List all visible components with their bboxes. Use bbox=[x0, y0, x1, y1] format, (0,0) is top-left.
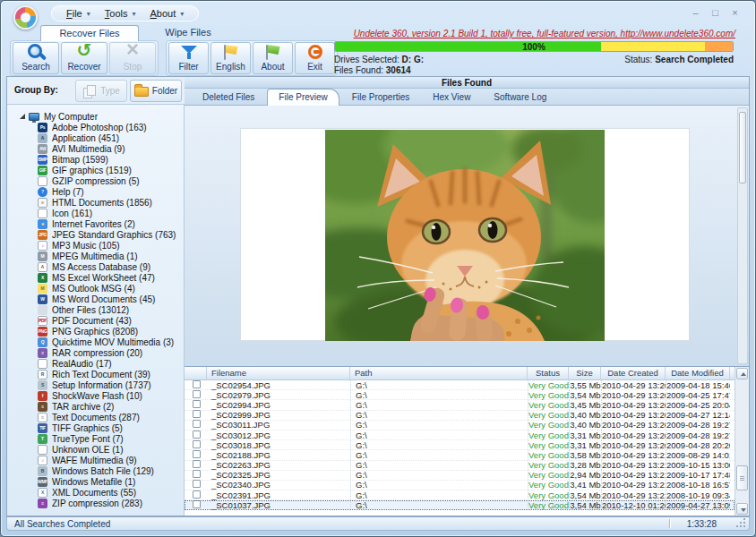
tree-item-jpeg-standard-graphics[interactable]: JPGJPEG Standard Graphics (763) bbox=[7, 229, 184, 240]
minimize-button[interactable]: – bbox=[690, 7, 701, 18]
row-checkbox[interactable] bbox=[193, 390, 201, 398]
tree-item-ms-word-documents[interactable]: WMS Word Documents (45) bbox=[7, 294, 184, 304]
scroll-thumb[interactable] bbox=[736, 465, 748, 490]
table-row[interactable]: _SC03011.JPGG:\Very Good3,40 Mb2010-04-2… bbox=[185, 421, 735, 430]
tree-item-rar-compression[interactable]: ≡RAR compression (20) bbox=[7, 347, 184, 358]
tree-item-avi-multimedia[interactable]: AVIAVI Multimedia (9) bbox=[7, 143, 184, 154]
tab-file-preview[interactable]: File Preview bbox=[267, 89, 339, 106]
table-row[interactable]: _SC03018.JPGG:\Very Good3,31 Mb2010-04-2… bbox=[185, 440, 735, 450]
preview-scrollbar[interactable] bbox=[737, 107, 748, 364]
resize-grip[interactable] bbox=[737, 519, 745, 527]
tab-wipe-files[interactable]: Wipe Files bbox=[139, 25, 237, 41]
column-header-filename[interactable]: Filename bbox=[207, 367, 350, 379]
tree-item-mp3-music[interactable]: ♪MP3 Music (105) bbox=[7, 240, 184, 251]
tree-item-unknown-ole[interactable]: Unknown OLE (1) bbox=[7, 444, 184, 455]
scroll-down-icon[interactable] bbox=[736, 503, 748, 515]
tree-item-ms-excel-worksheet[interactable]: XMS Excel WorkSheet (47) bbox=[7, 272, 184, 283]
maximize-button[interactable]: □ bbox=[709, 7, 721, 18]
title-bar[interactable]: File▾Tools▾About▾ – □ × bbox=[10, 4, 746, 25]
tree-item-ms-access-database[interactable]: AMS Access Database (9) bbox=[7, 261, 184, 272]
group-by-folder-button[interactable]: Folder bbox=[130, 80, 182, 102]
tree-item-adobe-photoshop[interactable]: PsAdobe Photoshop (163) bbox=[7, 122, 184, 132]
tree-item-zip-compression[interactable]: ≡ZIP compression (283) bbox=[7, 498, 184, 508]
tree-item-shockwave-flash[interactable]: fShockWave Flash (10) bbox=[7, 390, 184, 401]
table-row[interactable]: _SC01037.JPGG:\Very Good3,54 Mb2010-12-1… bbox=[185, 500, 735, 510]
table-row[interactable]: _SC02979.JPGG:\Very Good3,54 Mb2010-04-2… bbox=[185, 390, 735, 400]
menu-tools[interactable]: Tools▾ bbox=[99, 8, 142, 19]
tree-item-ms-outlook-msg[interactable]: MMS Outlook MSG (4) bbox=[7, 283, 184, 294]
column-header-path[interactable]: Path bbox=[350, 367, 528, 379]
row-checkbox[interactable] bbox=[193, 410, 201, 418]
tree-item-help[interactable]: ?Help (7) bbox=[7, 186, 184, 197]
table-row[interactable]: _SC02954.JPGG:\Very Good3,55 Mb2010-04-2… bbox=[185, 380, 735, 390]
tree-item-tiff-graphics[interactable]: TIFTIFF Graphics (5) bbox=[7, 422, 184, 433]
stop-button[interactable]: Stop bbox=[109, 42, 156, 74]
table-row[interactable]: _SC02188.JPGG:\Very Good3,58 Mb2010-04-2… bbox=[185, 450, 735, 460]
table-row[interactable]: _SC03012.JPGG:\Very Good3,31 Mb2010-04-2… bbox=[185, 430, 735, 440]
product-version-link[interactable]: Undelete 360, version 2.1 Build 1, total… bbox=[354, 29, 735, 38]
filter-button[interactable]: Filter bbox=[168, 42, 209, 74]
column-header-checkbox[interactable] bbox=[189, 367, 207, 379]
tree-item-bitmap[interactable]: BMPBitmap (1599) bbox=[7, 154, 184, 165]
tree-item-mpeg-multimedia[interactable]: MMPEG Multimedia (1) bbox=[7, 251, 184, 261]
menu-about[interactable]: About▾ bbox=[144, 8, 189, 19]
tree-item-windows-metafile[interactable]: WMFWindows Metafile (1) bbox=[7, 476, 184, 487]
about-button[interactable]: About bbox=[253, 42, 293, 74]
tree-item-rich-text-document[interactable]: RRich Text Document (39) bbox=[7, 369, 184, 379]
column-header-date-created[interactable]: Date Created bbox=[601, 367, 666, 379]
tree-item-realaudio[interactable]: RealAudio (17) bbox=[7, 358, 184, 369]
row-checkbox[interactable] bbox=[193, 450, 201, 458]
scroll-up-icon[interactable] bbox=[736, 368, 748, 379]
tab-deleted-files[interactable]: Deleted Files bbox=[192, 90, 265, 105]
tree-item-other-files[interactable]: Other Files (13012) bbox=[7, 304, 184, 315]
preview-scroll-thumb[interactable] bbox=[739, 112, 746, 183]
tree-item-internet-favorites[interactable]: ★Internet Favorites (2) bbox=[7, 218, 184, 229]
row-checkbox[interactable] bbox=[193, 420, 201, 428]
tab-hex-view[interactable]: Hex View bbox=[422, 90, 481, 105]
row-checkbox[interactable] bbox=[193, 460, 201, 468]
table-row[interactable]: _SC02263.JPGG:\Very Good3,28 Mb2010-04-2… bbox=[185, 461, 735, 471]
row-checkbox[interactable] bbox=[193, 440, 201, 448]
tree-item-tar-archive[interactable]: ≡TAR archive (2) bbox=[7, 401, 184, 412]
row-checkbox[interactable] bbox=[193, 470, 201, 478]
tree-item-icon[interactable]: Icon (161) bbox=[7, 208, 184, 218]
table-row[interactable]: _SC02999.JPGG:\Very Good3,40 Mb2010-04-2… bbox=[185, 411, 735, 421]
table-row[interactable]: _SC02340.JPGG:\Very Good3,41 Mb2010-04-2… bbox=[185, 481, 735, 490]
expander-icon[interactable] bbox=[20, 114, 25, 119]
english-button[interactable]: English bbox=[210, 42, 251, 74]
tree-item-setup-information[interactable]: SSetup Information (1737) bbox=[7, 379, 184, 390]
tree-item-quicktime-mov-multimedia[interactable]: QQuicktime MOV Multimedia (3) bbox=[7, 337, 184, 347]
exit-button[interactable]: Exit bbox=[295, 42, 335, 74]
tree-item-text-documents[interactable]: ≡Text Documents (287) bbox=[7, 412, 184, 422]
tree-item-xml-documents[interactable]: XXML Documents (55) bbox=[7, 487, 184, 498]
tree-item-html-documents[interactable]: eHTML Documents (1856) bbox=[7, 197, 184, 208]
tree-item-truetype-font[interactable]: TTrueType Font (7) bbox=[7, 433, 184, 444]
table-scrollbar[interactable] bbox=[735, 367, 749, 516]
row-checkbox[interactable] bbox=[193, 380, 201, 388]
table-row[interactable]: _SC02325.JPGG:\Very Good2,94 Mb2010-04-2… bbox=[185, 471, 735, 481]
group-by-type-button[interactable]: Type bbox=[75, 80, 127, 102]
menu-file[interactable]: File▾ bbox=[61, 8, 96, 19]
row-checkbox[interactable] bbox=[193, 400, 201, 408]
row-checkbox[interactable] bbox=[193, 430, 201, 439]
recover-button[interactable]: Recover bbox=[61, 42, 107, 74]
menu-dropdown-icon[interactable]: ▾ bbox=[132, 10, 135, 18]
search-button[interactable]: Search bbox=[13, 42, 59, 74]
column-header-size[interactable]: Size bbox=[569, 367, 601, 379]
tree-root-my-computer[interactable]: My Computer bbox=[7, 111, 184, 122]
tree-item-application[interactable]: AApplication (451) bbox=[7, 132, 184, 143]
close-button[interactable]: × bbox=[729, 7, 741, 18]
tree-item-wafe-multimedia[interactable]: ♪WAFE Multimedia (9) bbox=[7, 455, 184, 465]
row-checkbox[interactable] bbox=[193, 490, 201, 499]
tree-item-pdf-document[interactable]: PDFPDF Document (43) bbox=[7, 315, 184, 326]
tab-recover-files[interactable]: Recover Files bbox=[40, 25, 139, 41]
tab-software-log[interactable]: Software Log bbox=[483, 90, 557, 105]
tree-item-windows-batch-file[interactable]: BWindows Batch File (129) bbox=[7, 465, 184, 476]
menu-dropdown-icon[interactable]: ▾ bbox=[180, 10, 184, 18]
column-header-date-modified[interactable]: Date Modified bbox=[666, 367, 730, 379]
table-row[interactable]: _SC02391.JPGG:\Very Good3,54 Mb2010-04-2… bbox=[185, 490, 735, 500]
table-row[interactable]: _SC02994.JPGG:\Very Good3,45 Mb2010-04-2… bbox=[185, 400, 735, 410]
menu-dropdown-icon[interactable]: ▾ bbox=[87, 10, 90, 18]
tab-file-properties[interactable]: File Properties bbox=[341, 90, 420, 105]
row-checkbox[interactable] bbox=[193, 500, 201, 508]
